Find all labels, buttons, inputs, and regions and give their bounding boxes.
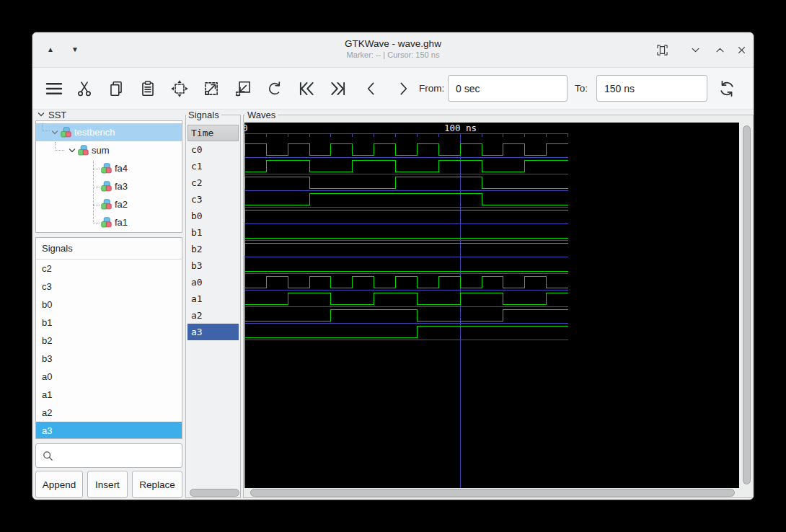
chevron-down-icon (37, 110, 45, 119)
tree-node-fa2[interactable]: fa2 (36, 195, 182, 213)
from-label: From: (419, 80, 444, 97)
zoom-in-icon (202, 79, 221, 98)
go-first-icon (296, 78, 317, 99)
zoom-out-button[interactable] (233, 76, 253, 101)
waveform-canvas[interactable]: 0100 ns (244, 123, 739, 488)
waves-vertical-scrollbar[interactable] (743, 125, 751, 484)
go-next-icon (394, 79, 412, 98)
wave-row-label-c2[interactable]: c2 (187, 174, 239, 191)
tree-node-label: fa2 (115, 199, 128, 210)
wave-row-label-a1[interactable]: a1 (187, 291, 239, 307)
signal-list-item-a0[interactable]: a0 (36, 368, 182, 386)
expander-chevron-icon[interactable] (50, 128, 59, 137)
svg-text:0: 0 (244, 123, 248, 133)
go-prev-button[interactable] (361, 76, 381, 101)
signal-list-panel: Signals c2c3b0b1b2b3a0a1a2a3 (35, 237, 182, 439)
signal-list: c2c3b0b1b2b3a0a1a2a3 (36, 260, 182, 439)
time-column-header[interactable]: Time (187, 125, 239, 141)
signal-list-item-a3[interactable]: a3 (36, 422, 182, 439)
tree-node-label: fa1 (115, 217, 128, 228)
module-cubes-icon (78, 145, 89, 156)
signal-search[interactable] (35, 443, 182, 468)
wave-row-label-b1[interactable]: b1 (187, 224, 239, 241)
go-prev-icon (362, 79, 381, 98)
reload-button[interactable] (716, 76, 738, 101)
gtkwave-window: ▲ ▼ GTKWave - wave.ghw Marker: -- | Curs… (32, 32, 754, 500)
go-last-button[interactable] (325, 76, 351, 101)
expander-chevron-icon[interactable] (68, 146, 76, 155)
module-cubes-icon (101, 163, 112, 174)
menu-button[interactable] (41, 76, 67, 101)
signal-list-item-a2[interactable]: a2 (36, 404, 182, 422)
sst-label: SST (48, 110, 66, 120)
marker-cursor-status: Marker: -- | Cursor: 150 ns (32, 50, 754, 59)
to-input[interactable] (596, 75, 707, 102)
signal-list-item-b1[interactable]: b1 (36, 314, 182, 332)
tree-node-label: testbench (74, 127, 115, 138)
cut-button[interactable] (74, 76, 94, 101)
wave-row-label-c3[interactable]: c3 (187, 191, 239, 208)
wave-row-label-a2[interactable]: a2 (187, 307, 239, 324)
module-cubes-icon (101, 199, 112, 210)
zoom-out-icon (234, 79, 252, 98)
copy-button[interactable] (106, 76, 126, 101)
close-icon[interactable] (733, 42, 749, 58)
waves-horizontal-scrollbar[interactable] (250, 489, 735, 497)
undo-icon (265, 79, 284, 98)
signal-list-item-a1[interactable]: a1 (36, 386, 182, 404)
window-title: GTKWave - wave.ghw (32, 38, 754, 49)
append-button[interactable]: Append (35, 471, 83, 498)
go-first-button[interactable] (293, 76, 319, 101)
module-cubes-icon (101, 181, 112, 192)
zoom-in-button[interactable] (201, 76, 221, 101)
wave-row-label-a0[interactable]: a0 (187, 274, 239, 291)
toolbar: From: To: (32, 68, 754, 110)
module-cubes-icon (61, 127, 71, 138)
sst-tree-header[interactable]: SST (37, 109, 66, 120)
wave-signal-names: c0c1c2c3b0b1b2b3a0a1a2a3 (187, 141, 239, 340)
search-input[interactable] (54, 451, 190, 461)
tree-node-sum[interactable]: sum (36, 141, 182, 159)
tree-node-fa3[interactable]: fa3 (36, 177, 182, 195)
wave-row-label-a3[interactable]: a3 (187, 324, 239, 340)
desktop-background: ▲ ▼ GTKWave - wave.ghw Marker: -- | Curs… (0, 0, 786, 532)
undo-button[interactable] (265, 76, 285, 101)
signal-list-header: Signals (36, 238, 182, 260)
signal-list-item-b2[interactable]: b2 (36, 332, 182, 350)
reload-icon (717, 79, 737, 99)
titlebar[interactable]: ▲ ▼ GTKWave - wave.ghw Marker: -- | Curs… (32, 32, 754, 68)
signal-list-item-b3[interactable]: b3 (36, 350, 182, 368)
minimize-icon[interactable] (687, 42, 703, 58)
go-next-button[interactable] (393, 76, 413, 101)
signal-list-item-c3[interactable]: c3 (36, 278, 182, 296)
tree-node-label: fa3 (115, 181, 128, 192)
zoom-fit-icon (170, 79, 189, 98)
menu-icon (44, 79, 64, 99)
search-icon (42, 450, 54, 462)
tree-node-fa1[interactable]: fa1 (36, 213, 182, 231)
module-cubes-icon (101, 217, 112, 228)
wave-row-label-c1[interactable]: c1 (187, 158, 239, 174)
insert-button[interactable]: Insert (87, 471, 128, 498)
signal-list-item-b0[interactable]: b0 (36, 296, 182, 314)
titlebar-text: GTKWave - wave.ghw Marker: -- | Cursor: … (32, 32, 754, 59)
wave-row-label-b2[interactable]: b2 (187, 241, 239, 257)
wave-row-label-b0[interactable]: b0 (187, 208, 239, 224)
zoom-fit-button[interactable] (169, 76, 190, 101)
fit-window-icon[interactable] (654, 42, 670, 58)
copy-icon (107, 79, 125, 98)
signal-list-item-c2[interactable]: c2 (36, 260, 182, 278)
paste-button[interactable] (138, 76, 158, 101)
wave-row-label-c0[interactable]: c0 (187, 141, 239, 158)
svg-text:100 ns: 100 ns (444, 123, 477, 133)
cut-icon (75, 79, 94, 98)
wave-row-label-b3[interactable]: b3 (187, 257, 239, 274)
waves-frame-label: Waves (245, 110, 278, 120)
signals-horizontal-scrollbar[interactable] (190, 489, 239, 497)
tree-node-testbench[interactable]: testbench (36, 123, 182, 141)
replace-button[interactable]: Replace (132, 471, 182, 498)
from-input[interactable] (448, 75, 568, 102)
paste-icon (138, 79, 157, 98)
maximize-icon[interactable] (712, 42, 728, 58)
tree-node-fa4[interactable]: fa4 (36, 159, 182, 177)
